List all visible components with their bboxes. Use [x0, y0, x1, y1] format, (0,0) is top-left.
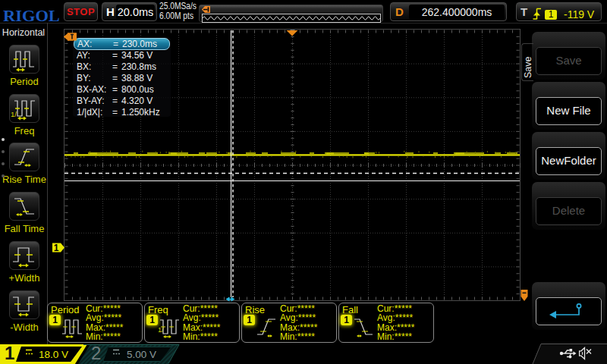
- svg-text:1/: 1/: [158, 326, 164, 334]
- svg-text:1: 1: [54, 243, 59, 253]
- svg-text:1/: 1/: [11, 110, 17, 118]
